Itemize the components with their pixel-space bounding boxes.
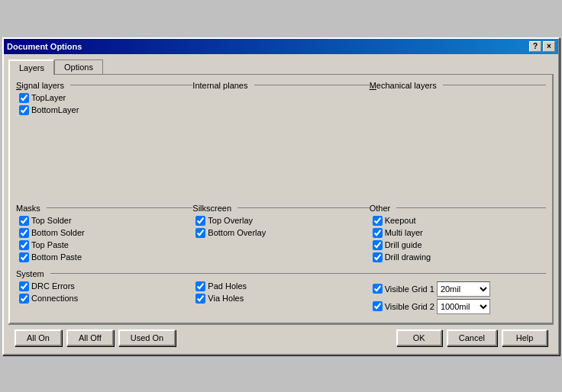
system-col-2: Pad Holes Via Holes <box>192 281 369 316</box>
tab-layers-label: Layers <box>19 63 44 72</box>
tab-layers[interactable]: Layers <box>8 59 54 75</box>
top-paste-item: Top Paste <box>16 240 192 250</box>
system-label: System <box>16 269 44 278</box>
via-holes-label: Via Holes <box>208 294 244 303</box>
toplayer-checkbox[interactable] <box>19 93 29 103</box>
window-title: Document Options <box>7 42 82 51</box>
middle-section-row: Masks Top Solder Bottom Solder Top Paste <box>16 204 546 265</box>
multilayer-label: Multi layer <box>385 228 423 237</box>
bottom-bar: All On All Off Used On OK Cancel Help <box>8 324 554 349</box>
bottomlayer-checkbox[interactable] <box>19 105 29 115</box>
cancel-button[interactable]: Cancel <box>447 329 497 346</box>
used-on-button[interactable]: Used On <box>118 329 176 346</box>
pad-holes-label: Pad Holes <box>208 281 247 291</box>
help-title-btn[interactable]: ? <box>529 41 541 52</box>
other-section: Other Keepout Multi layer Drill guide <box>370 204 546 265</box>
visible-grid-2-item: Visible Grid 2 1000mil 500mil 100mil 50m… <box>370 299 546 314</box>
masks-label: Masks <box>16 204 40 213</box>
internal-planes-title: Internal planes <box>192 81 369 90</box>
tab-options-label: Options <box>64 63 93 72</box>
tab-layers-content: Signal layers TopLayer BottomLayer Inter… <box>8 74 554 324</box>
silkscreen-label: Silkscreen <box>192 204 231 213</box>
other-label: Other <box>370 204 391 213</box>
mechanical-layers-title: Mechanical layers <box>370 81 546 90</box>
silkscreen-title: Silkscreen <box>192 204 369 213</box>
drill-guide-checkbox[interactable] <box>373 240 383 250</box>
top-overlay-checkbox[interactable] <box>195 216 205 226</box>
top-solder-item: Top Solder <box>16 216 192 226</box>
top-paste-label: Top Paste <box>31 240 69 249</box>
keepout-label: Keepout <box>385 216 416 225</box>
multilayer-checkbox[interactable] <box>373 228 383 238</box>
other-title: Other <box>370 204 546 213</box>
all-on-button[interactable]: All On <box>15 329 62 346</box>
all-off-button[interactable]: All Off <box>66 329 114 346</box>
toplayer-label: TopLayer <box>31 93 66 102</box>
drill-drawing-label: Drill drawing <box>385 252 431 262</box>
bottom-paste-checkbox[interactable] <box>19 252 29 262</box>
bottom-solder-checkbox[interactable] <box>19 228 29 238</box>
system-title: System <box>16 269 546 278</box>
visible-grid-2-dropdown[interactable]: 1000mil 500mil 100mil 50mil <box>437 299 490 314</box>
masks-section: Masks Top Solder Bottom Solder Top Paste <box>16 204 192 265</box>
masks-title: Masks <box>16 204 192 213</box>
ok-button[interactable]: OK <box>396 329 442 346</box>
signal-layers-label: Signal layers <box>16 81 64 90</box>
signal-layers-section: Signal layers TopLayer BottomLayer <box>16 81 192 199</box>
via-holes-item: Via Holes <box>192 294 369 304</box>
bottom-left-buttons: All On All Off Used On <box>15 329 176 346</box>
top-solder-checkbox[interactable] <box>19 216 29 226</box>
drc-errors-item: DRC Errors <box>16 281 192 291</box>
top-solder-label: Top Solder <box>31 216 72 225</box>
system-col-1: DRC Errors Connections <box>16 281 192 316</box>
title-bar-buttons: ? × <box>529 41 555 52</box>
bottom-overlay-checkbox[interactable] <box>195 228 205 238</box>
drill-guide-label: Drill guide <box>385 240 422 249</box>
mechanical-layers-section: Mechanical layers <box>370 81 546 199</box>
system-section: System DRC Errors Connections <box>16 269 546 316</box>
visible-grid-1-item: Visible Grid 1 20mil 10mil 5mil 1mil <box>370 281 546 297</box>
bottom-paste-item: Bottom Paste <box>16 252 192 262</box>
connections-label: Connections <box>31 294 78 303</box>
top-paste-checkbox[interactable] <box>19 240 29 250</box>
top-overlay-item: Top Overlay <box>192 216 369 226</box>
via-holes-checkbox[interactable] <box>195 294 205 304</box>
top-overlay-label: Top Overlay <box>208 216 253 225</box>
close-title-btn[interactable]: × <box>543 41 555 52</box>
title-bar: Document Options ? × <box>4 39 558 54</box>
keepout-checkbox[interactable] <box>373 216 383 226</box>
visible-grid-1-label: Visible Grid 1 <box>385 284 434 294</box>
multilayer-item: Multi layer <box>370 228 546 238</box>
drc-errors-checkbox[interactable] <box>19 281 29 291</box>
bottomlayer-item: BottomLayer <box>16 105 192 115</box>
mechanical-layers-label: Mechanical layers <box>370 81 437 90</box>
bottom-right-buttons: OK Cancel Help <box>396 329 547 346</box>
bottom-overlay-label: Bottom Overlay <box>208 228 266 237</box>
visible-grid-1-checkbox[interactable] <box>373 284 383 294</box>
system-row: DRC Errors Connections Pad Holes <box>16 281 546 316</box>
drill-drawing-item: Drill drawing <box>370 252 546 262</box>
pad-holes-checkbox[interactable] <box>195 281 205 291</box>
pad-holes-item: Pad Holes <box>192 281 369 291</box>
internal-planes-label: Internal planes <box>192 81 247 90</box>
connections-checkbox[interactable] <box>19 294 29 304</box>
drc-errors-label: DRC Errors <box>31 281 75 291</box>
bottom-solder-item: Bottom Solder <box>16 228 192 238</box>
bottomlayer-label: BottomLayer <box>31 105 79 114</box>
tabs: Layers Options <box>8 59 554 74</box>
help-button[interactable]: Help <box>502 329 547 346</box>
visible-grid-2-checkbox[interactable] <box>373 301 383 311</box>
signal-layers-title: Signal layers <box>16 81 192 90</box>
silkscreen-section: Silkscreen Top Overlay Bottom Overlay <box>192 204 369 265</box>
system-col-3: Visible Grid 1 20mil 10mil 5mil 1mil Vis… <box>370 281 546 316</box>
drill-guide-item: Drill guide <box>370 240 546 250</box>
window-body: Layers Options Signal layers TopLayer <box>4 54 558 354</box>
tab-options[interactable]: Options <box>54 59 103 75</box>
bottom-overlay-item: Bottom Overlay <box>192 228 369 238</box>
toplayer-item: TopLayer <box>16 93 192 103</box>
drill-drawing-checkbox[interactable] <box>373 252 383 262</box>
visible-grid-1-dropdown[interactable]: 20mil 10mil 5mil 1mil <box>437 281 490 297</box>
visible-grid-2-label: Visible Grid 2 <box>385 302 434 311</box>
document-options-window: Document Options ? × Layers Options Sign… <box>2 37 560 355</box>
keepout-item: Keepout <box>370 216 546 226</box>
